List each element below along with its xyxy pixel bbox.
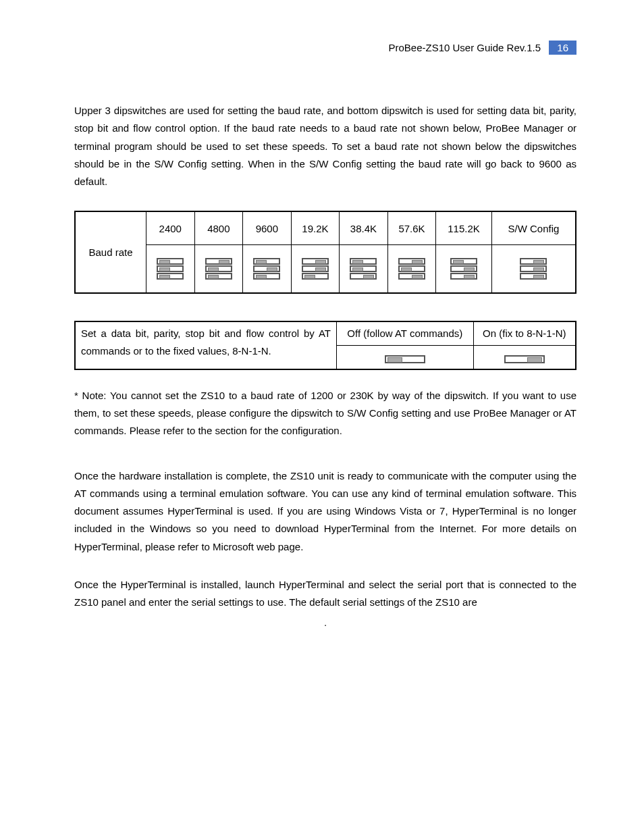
baud-dip-3 — [291, 245, 340, 294]
baud-dip-7 — [491, 245, 576, 294]
doc-title: ProBee-ZS10 User Guide Rev.1.5 — [388, 42, 541, 53]
dipswitch-icon — [398, 257, 425, 280]
baud-col-4: 38.4K — [340, 211, 388, 245]
intro-paragraph: Upper 3 dipswitches are used for setting… — [74, 102, 576, 190]
baud-col-0: 2400 — [146, 211, 195, 245]
dipswitch-icon — [157, 257, 184, 280]
dipswitch-icon — [520, 257, 547, 280]
baud-dip-0 — [146, 245, 195, 294]
baud-dip-5 — [387, 245, 436, 294]
page-number: 16 — [549, 41, 576, 55]
baud-rate-table: Baud rate 2400 4800 9600 19.2K 38.4K 57.… — [74, 211, 576, 294]
baud-dip-4 — [340, 245, 388, 294]
cfg-on-label: On (fix to 8-N-1-N) — [473, 321, 576, 345]
dipswitch-icon — [350, 257, 377, 280]
baud-row-label: Baud rate — [75, 211, 146, 293]
dipswitch-icon — [385, 355, 425, 363]
baud-dip-6 — [436, 245, 492, 294]
config-table: Set a data bit, parity, stop bit and flo… — [74, 321, 576, 370]
cfg-off-label: Off (follow AT commands) — [337, 321, 474, 345]
dipswitch-icon — [504, 355, 545, 363]
baud-col-3: 19.2K — [291, 211, 340, 245]
trailing-dot: . — [74, 617, 576, 628]
settings-paragraph: Once the HyperTerminal is installed, lau… — [74, 576, 576, 612]
cfg-off-dip — [337, 345, 474, 369]
cfg-desc: Set a data bit, parity, stop bit and flo… — [75, 321, 337, 369]
dipswitch-icon — [205, 257, 232, 280]
baud-dip-1 — [194, 245, 243, 294]
cfg-on-dip — [473, 345, 576, 369]
dipswitch-icon — [450, 257, 477, 280]
dipswitch-icon — [302, 257, 329, 280]
baud-col-5: 57.6K — [387, 211, 436, 245]
dipswitch-icon — [253, 257, 280, 280]
baud-col-1: 4800 — [194, 211, 243, 245]
baud-col-7: S/W Config — [491, 211, 576, 245]
hyperterminal-paragraph: Once the hardware installation is comple… — [74, 467, 576, 556]
baud-dip-2 — [243, 245, 292, 294]
baud-col-2: 9600 — [243, 211, 292, 245]
page-header: ProBee-ZS10 User Guide Rev.1.5 16 — [74, 41, 576, 55]
baud-col-6: 115.2K — [436, 211, 492, 245]
note-paragraph: * Note: You cannot set the ZS10 to a bau… — [74, 387, 576, 440]
